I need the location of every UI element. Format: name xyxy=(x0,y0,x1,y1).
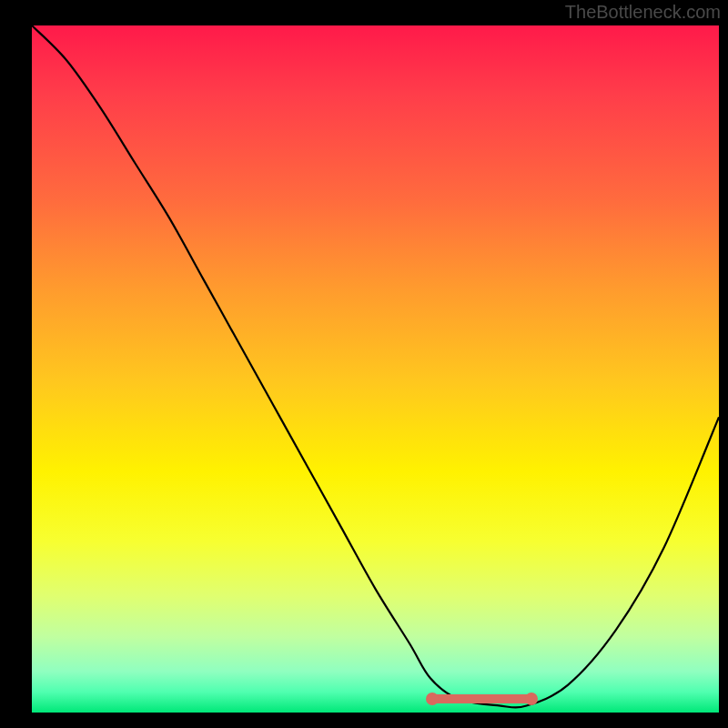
optimal-range-end-dot xyxy=(525,693,538,705)
bottleneck-curve xyxy=(32,25,719,713)
optimal-range-marker xyxy=(430,694,533,703)
watermark-text: TheBottleneck.com xyxy=(565,2,721,23)
plot-area xyxy=(32,25,719,713)
optimal-range-start-dot xyxy=(426,693,439,705)
